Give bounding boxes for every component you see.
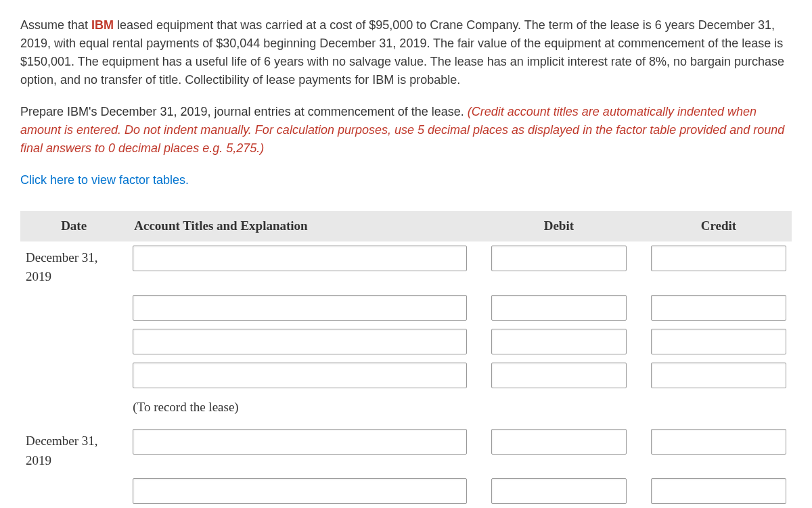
table-row	[20, 291, 792, 325]
caption-row-1: (To record the lease)	[20, 392, 792, 425]
account-input-1-4[interactable]	[133, 363, 467, 388]
spacer	[472, 211, 486, 241]
spacer	[632, 211, 646, 241]
credit-input-1-1[interactable]	[651, 246, 786, 271]
account-input-2-1[interactable]	[133, 429, 467, 455]
debit-input-1-3[interactable]	[491, 329, 627, 354]
credit-input-1-2[interactable]	[651, 295, 786, 321]
problem-paragraph-2: Prepare IBM's December 31, 2019, journal…	[20, 103, 792, 158]
account-input-1-1[interactable]	[133, 246, 467, 271]
instruction-lead: Prepare IBM's December 31, 2019, journal…	[20, 105, 468, 118]
problem-paragraph-1: Assume that IBM leased equipment that wa…	[20, 16, 792, 89]
credit-input-1-3[interactable]	[651, 329, 786, 354]
header-debit: Debit	[486, 211, 632, 241]
header-account: Account Titles and Explanation	[127, 211, 472, 241]
header-date: Date	[20, 211, 127, 241]
factor-tables-link[interactable]: Click here to view factor tables.	[20, 171, 189, 189]
debit-input-2-1[interactable]	[491, 429, 627, 455]
header-credit: Credit	[646, 211, 792, 241]
table-row	[20, 325, 792, 359]
account-input-1-3[interactable]	[133, 329, 467, 354]
text-prefix: Assume that	[20, 18, 91, 32]
debit-input-1-1[interactable]	[491, 246, 627, 271]
brand-name: IBM	[91, 18, 114, 32]
debit-input-1-4[interactable]	[491, 363, 627, 388]
journal-entry-table: Date Account Titles and Explanation Debi…	[20, 211, 792, 508]
text-rest: leased equipment that was carried at a c…	[20, 18, 784, 87]
table-row	[20, 474, 792, 508]
credit-input-2-2[interactable]	[651, 478, 786, 504]
account-input-2-2[interactable]	[133, 478, 467, 504]
credit-input-2-1[interactable]	[651, 429, 786, 455]
credit-input-1-4[interactable]	[651, 363, 786, 388]
debit-input-2-2[interactable]	[491, 478, 627, 504]
table-row: December 31, 2019	[20, 241, 792, 291]
date-cell-1: December 31, 2019	[20, 241, 127, 291]
debit-input-1-2[interactable]	[491, 295, 627, 321]
account-input-1-2[interactable]	[133, 295, 467, 321]
date-cell-2: December 31, 2019	[20, 425, 127, 474]
table-row: December 31, 2019	[20, 425, 792, 474]
caption-1: (To record the lease)	[127, 392, 472, 425]
table-row	[20, 359, 792, 392]
